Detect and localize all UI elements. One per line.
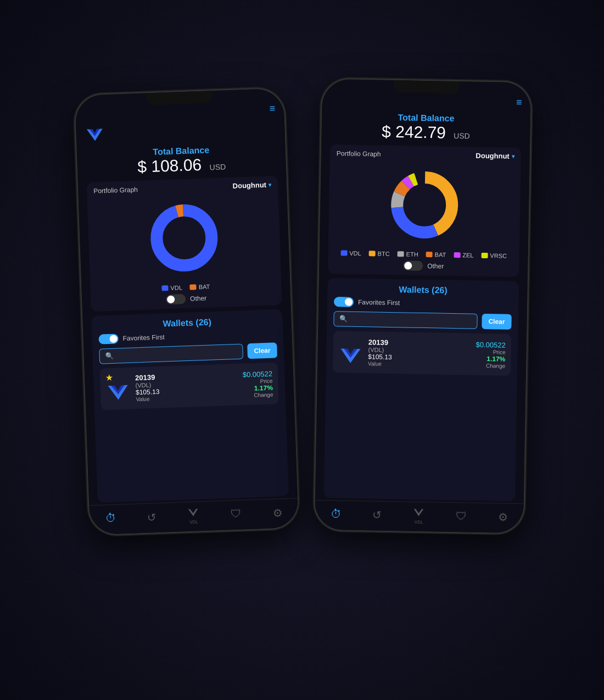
wallet-change-label-right: Change (476, 362, 505, 369)
phone-right: ≡ Total Balance $ 242.79 USD Portfolio G… (315, 79, 531, 534)
favorites-knob-right (345, 298, 353, 306)
other-toggle-right[interactable] (403, 260, 423, 271)
wallet-change-right: 1.17% (476, 354, 505, 363)
legend-dot-vdl-right (340, 250, 347, 255)
legend-dot-eth-right (398, 251, 404, 257)
portfolio-header-right: Portfolio Graph Doughnut ▾ (337, 149, 514, 160)
total-balance-right: Total Balance $ 242.79 USD (330, 109, 522, 146)
portfolio-section-left: Portfolio Graph Doughnut ▾ (87, 176, 282, 312)
legend-item-zel-right: ZEL (454, 252, 473, 259)
nav-settings-right[interactable]: ⚙ (498, 510, 508, 524)
wallet-item-right[interactable]: 20139 (VDL) $105.13 Value $0.00522 Price… (333, 331, 511, 376)
nav-dashboard-icon-right: ⏱ (330, 508, 341, 520)
legend-item-bat-right: BAT (426, 251, 446, 258)
chart-right (335, 159, 514, 251)
svg-marker-15 (414, 509, 424, 516)
search-row-right: 🔍 Clear (333, 311, 511, 330)
portfolio-label-right: Portfolio Graph (337, 149, 381, 158)
phone-right-screen: ≡ Total Balance $ 242.79 USD Portfolio G… (315, 79, 531, 534)
wallets-title-right: Wallets (26) (334, 284, 512, 297)
doughnut-arrow-right: ▾ (512, 153, 514, 159)
hamburger-menu-right[interactable]: ≡ (516, 97, 522, 108)
nav-vdl-icon-right (413, 507, 425, 519)
nav-history-right[interactable]: ↺ (372, 508, 382, 521)
donut-chart-left (144, 198, 224, 278)
hamburger-menu-left[interactable]: ≡ (269, 103, 275, 114)
search-icon-left: 🔍 (105, 352, 114, 360)
clear-button-right[interactable]: Clear (482, 314, 512, 330)
wallet-logo-left (105, 380, 131, 405)
nav-history-icon-left: ↺ (147, 510, 156, 524)
wallet-price-col-right: $0.00522 Price 1.17% Change (476, 340, 506, 369)
legend-item-btc-right: BTC (369, 250, 390, 257)
total-balance-left: Total Balance $ 108.06 USD (85, 141, 277, 180)
wallet-logo-right (338, 343, 363, 368)
notch-left (146, 91, 212, 105)
legend-dot-btc-right (369, 251, 376, 256)
phones-container: ≡ Total Balance $ 108.06 USD (55, 48, 549, 652)
nav-settings-icon-right: ⚙ (498, 510, 508, 524)
legend-right: VDL BTC ETH BAT (335, 249, 513, 259)
nav-settings-left[interactable]: ⚙ (272, 506, 283, 520)
legend-item-vrsc-right: VRSC (481, 252, 507, 259)
wallet-price-right: $0.00522 (476, 340, 505, 349)
nav-history-left[interactable]: ↺ (147, 510, 156, 524)
wallet-value-label-right: Value (368, 360, 470, 368)
nav-settings-icon-left: ⚙ (272, 506, 283, 520)
nav-shield-icon-left: 🛡 (231, 508, 242, 521)
other-label-right: Other (427, 262, 444, 270)
doughnut-arrow-left: ▾ (269, 181, 271, 187)
wallet-price-left: $0.00522 (243, 369, 273, 379)
nav-dashboard-left[interactable]: ⏱ (105, 512, 116, 525)
nav-dashboard-icon-left: ⏱ (105, 512, 116, 525)
favorites-row-right: Favorites First (334, 297, 512, 310)
other-label-left: Other (190, 295, 206, 303)
screen-content-left: Total Balance $ 108.06 USD Portfolio Gra… (76, 114, 298, 505)
phone-left-screen: ≡ Total Balance $ 108.06 USD (75, 88, 299, 535)
portfolio-section-right: Portfolio Graph Doughnut ▾ (328, 145, 521, 277)
screen-content-right: Total Balance $ 242.79 USD Portfolio Gra… (315, 105, 530, 504)
wallets-section-left: Wallets (26) Favorites First 🔍 Clear (91, 309, 289, 503)
legend-item-eth-right: ETH (398, 251, 418, 258)
svg-point-2 (156, 209, 212, 266)
other-toggle-left[interactable] (166, 294, 186, 304)
doughnut-selector-right[interactable]: Doughnut ▾ (476, 152, 514, 160)
clear-button-left[interactable]: Clear (247, 342, 277, 359)
nav-vdl-icon-left (187, 506, 200, 519)
legend-dot-vrsc-right (481, 253, 488, 258)
wallet-info-right: 20139 (VDL) $105.13 Value (368, 338, 471, 368)
other-toggle-row-left: Other (97, 291, 275, 307)
wallet-item-left[interactable]: ★ 20139 (VDL) $105.13 Value (100, 362, 279, 410)
doughnut-selector-left[interactable]: Doughnut ▾ (232, 180, 271, 190)
favorites-toggle-right[interactable] (334, 297, 354, 307)
nav-vdl-left[interactable]: VDL (187, 506, 200, 525)
legend-item-bat-left: BAT (190, 283, 210, 290)
logo-left (85, 125, 105, 145)
toggle-knob-left (167, 296, 175, 303)
wallets-section-right: Wallets (26) Favorites First 🔍 Clear (324, 278, 519, 501)
nav-shield-left[interactable]: 🛡 (231, 508, 242, 521)
nav-shield-right[interactable]: 🛡 (456, 510, 467, 523)
svg-marker-6 (188, 509, 198, 516)
donut-chart-right (385, 166, 463, 244)
legend-dot-vdl-left (161, 285, 168, 291)
nav-history-icon-right: ↺ (372, 508, 382, 521)
wallet-info-left: 20139 (VDL) $105.13 Value (135, 370, 238, 402)
total-balance-amount-right: $ 242.79 USD (330, 121, 522, 143)
legend-dot-bat-left (190, 284, 197, 290)
search-row-left: 🔍 Clear (99, 342, 277, 364)
wallet-price-col-left: $0.00522 Price 1.17% Change (243, 369, 273, 398)
search-input-right[interactable]: 🔍 (333, 311, 477, 329)
legend-item-vdl-left: VDL (161, 284, 182, 291)
chart-left (94, 191, 275, 285)
nav-dashboard-right[interactable]: ⏱ (330, 508, 341, 520)
favorites-toggle-left[interactable] (98, 334, 119, 344)
search-input-left[interactable]: 🔍 (99, 343, 243, 364)
legend-dot-zel-right (454, 252, 460, 258)
other-toggle-row-right: Other (334, 259, 512, 273)
favorites-row-left: Favorites First (98, 328, 276, 344)
toggle-knob-right (404, 262, 412, 269)
favorites-label-right: Favorites First (358, 298, 400, 307)
portfolio-label-left: Portfolio Graph (93, 185, 138, 195)
nav-vdl-right[interactable]: VDL (413, 507, 426, 525)
